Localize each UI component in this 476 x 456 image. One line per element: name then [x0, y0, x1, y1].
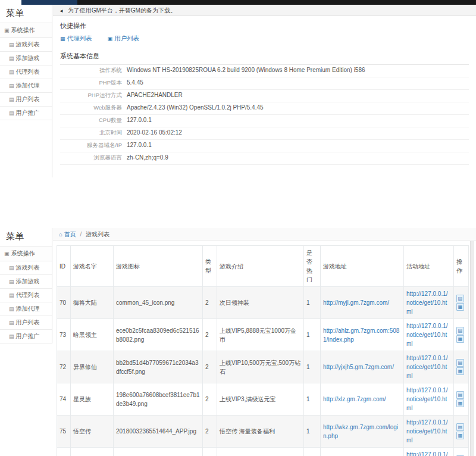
- table-row: 70 御将大陆 common_45_icon.png 2 次日领神装 1 htt…: [57, 287, 469, 319]
- sysinfo-value: Windows NT HS-20190825ROUA 6.2 build 920…: [127, 67, 365, 73]
- cell-game-icon-filename: 20180032365514644_APP.jpg: [114, 416, 203, 448]
- sysinfo-row: 服务器域名/IP 127.0.0.1: [60, 140, 469, 152]
- table-row: 72 异界修仙 bb2bd51d4b77059671c2034a3dfccf5f…: [57, 351, 469, 383]
- sysinfo-value: zh-CN,zh;q=0.9: [127, 154, 168, 161]
- breadcrumb-home-link[interactable]: 首页: [64, 231, 76, 238]
- cell-game-id: 72: [57, 351, 71, 383]
- delete-game-button[interactable]: ▦: [456, 367, 464, 375]
- app-window: 菜单 ▣系统操作 ▤游戏列表 ▤添加游戏 ▤代理列表: [0, 0, 476, 456]
- cell-game-intro: 上线VIP5,8888元宝1000万金币: [217, 319, 304, 351]
- edit-game-button[interactable]: ▤: [456, 295, 464, 302]
- column-header[interactable]: 游戏名字: [71, 246, 114, 287]
- sidebar-item[interactable]: ▤添加代理: [0, 79, 52, 93]
- edit-game-button[interactable]: ▤: [456, 327, 464, 335]
- column-header[interactable]: 游戏介绍: [217, 246, 304, 287]
- sidebar-item[interactable]: ▤游戏列表: [0, 38, 52, 52]
- column-header[interactable]: 类型: [203, 246, 217, 287]
- sysinfo-row: Web服务器 Apache/2.4.23 (Win32) OpenSSL/1.0…: [60, 102, 469, 115]
- cell-game-intro: 上线VIP10,500万元宝,500万钻石: [217, 351, 304, 383]
- delete-game-button[interactable]: ▦: [456, 335, 464, 343]
- cell-game-type: 2: [203, 287, 217, 319]
- cell-game-icon-filename: 8b6fbba9c729078956563e939b908ff.png: [114, 448, 203, 456]
- column-header[interactable]: 活动地址: [404, 246, 454, 287]
- notice-bar: ◄ 为了使用GM平台，开替GM的备为下载。: [53, 5, 476, 16]
- sysinfo-table: 操作系统 Windows NT HS-20190825ROUA 6.2 buil…: [60, 65, 469, 165]
- sidebar-top: 菜单 ▣系统操作 ▤游戏列表 ▤添加游戏 ▤代理列表: [0, 5, 52, 177]
- sysinfo-value: 127.0.0.1: [127, 117, 152, 123]
- game-url-link[interactable]: http://myjl.gm.7zgm.com/: [323, 299, 389, 306]
- cell-operations: ▤ ▦: [454, 416, 469, 448]
- sidebar-nav-list: ▤游戏列表 ▤添加游戏 ▤代理列表 ▤添加代理 ▤用户列: [0, 261, 52, 343]
- activity-url-link[interactable]: http://127.0.0.1/notice/get/10.html: [406, 387, 448, 411]
- sidebar-item[interactable]: ▤用户推广: [0, 330, 52, 343]
- sysinfo-value: APACHE2HANDLER: [127, 92, 183, 98]
- delete-game-button[interactable]: ▦: [456, 303, 464, 311]
- menu-title: 菜单: [0, 5, 52, 23]
- sidebar-item[interactable]: ▤添加代理: [0, 302, 52, 316]
- list-grid-icon: ▤: [9, 279, 14, 285]
- game-list-content: ⌂ 首页 / 游戏列表 ID 游戏名: [53, 228, 476, 456]
- quick-link-user-list[interactable]: ▣用户列表: [108, 35, 140, 43]
- column-header[interactable]: 操作: [454, 246, 469, 287]
- game-url-link[interactable]: http://xlz.gm.7zgm.com/: [323, 396, 386, 402]
- list-grid-icon: ▤: [9, 110, 14, 116]
- quick-link-label: 用户列表: [114, 35, 139, 42]
- game-table: ID 游戏名字 游戏图标 类型 游戏介绍 是否热门: [57, 245, 469, 456]
- sysinfo-label: 服务器域名/IP: [60, 142, 127, 149]
- notice-text: 为了使用GM平台，开替GM的备为下载。: [68, 7, 176, 14]
- cell-operations: ▤ ▦: [454, 383, 469, 416]
- activity-url-link[interactable]: http://127.0.0.1/notice/get/10.html: [406, 419, 448, 443]
- delete-game-button[interactable]: ▦: [456, 432, 464, 439]
- cell-game-hot: 1: [304, 287, 321, 319]
- sysinfo-row: 北京时间 2020-02-16 05:02:12: [60, 127, 469, 140]
- sidebar-item-system-ops[interactable]: ▣系统操作: [0, 246, 52, 261]
- sidebar-item[interactable]: ▤用户列表: [0, 93, 52, 107]
- sidebar-item[interactable]: ▤游戏列表: [0, 261, 52, 275]
- activity-url-link[interactable]: http://127.0.0.1/notice/get/10.html: [406, 355, 448, 379]
- quick-link-label: 代理列表: [67, 35, 92, 42]
- game-url-link[interactable]: http://wkz.gm.7zgm.com/login.php: [323, 424, 398, 439]
- edit-icon: ▤: [458, 360, 463, 366]
- edit-game-button[interactable]: ▤: [456, 359, 464, 367]
- quick-link-agent-list[interactable]: ▦代理列表: [60, 35, 92, 43]
- game-url-link[interactable]: http://yjxjh5.gm.7zgm.com/: [323, 364, 394, 370]
- dashboard-panel: 菜单 ▣系统操作 ▤游戏列表 ▤添加游戏 ▤代理列表: [0, 5, 476, 179]
- home-icon[interactable]: ⌂: [59, 231, 62, 238]
- cell-game-intro: 悟空传 海量装备福利: [217, 416, 304, 448]
- cell-game-id: 76: [57, 448, 71, 456]
- activity-url-link[interactable]: http://127.0.0.1/notice/get/10.html: [406, 323, 448, 347]
- column-header[interactable]: ID: [57, 246, 71, 287]
- activity-url-link[interactable]: http://127.0.0.1/notice/get/10.html: [406, 291, 448, 315]
- cell-game-intro: 上线VIP3,满级送元宝: [217, 383, 304, 416]
- activity-url-link[interactable]: http://127.0.0.1/notice/get/10.html: [406, 451, 448, 456]
- vertical-scrollbar[interactable]: [470, 241, 474, 456]
- sidebar-item-label: 添加游戏: [16, 278, 40, 285]
- edit-game-button[interactable]: ▤: [456, 423, 464, 431]
- sidebar-item-label: 用户列表: [16, 319, 40, 326]
- sidebar-item-label: 添加代理: [16, 82, 40, 89]
- sidebar-item[interactable]: ▤用户推广: [0, 107, 52, 120]
- cell-game-icon-filename: common_45_icon.png: [114, 287, 203, 319]
- cell-game-hot: 1: [304, 448, 321, 456]
- edit-game-button[interactable]: ▤: [456, 391, 464, 399]
- list-grid-icon: ▤: [9, 320, 14, 326]
- sidebar-item[interactable]: ▤添加游戏: [0, 275, 52, 289]
- sysinfo-row: PHP运行方式 APACHE2HANDLER: [60, 90, 469, 102]
- cell-game-url: http://hzw.gm.7zgm.com:91/1/game/: [321, 448, 404, 456]
- sysinfo-value: 127.0.0.1: [127, 142, 152, 148]
- column-header[interactable]: 游戏地址: [321, 246, 404, 287]
- sidebar-item[interactable]: ▤代理列表: [0, 65, 52, 79]
- cell-game-icon-filename: bb2bd51d4b77059671c2034a3dfccf5f.png: [114, 351, 203, 383]
- cell-game-intro: 上线领钻石: [217, 448, 304, 456]
- column-header[interactable]: 是否热门: [304, 246, 321, 287]
- sidebar-item[interactable]: ▤代理列表: [0, 289, 52, 302]
- column-header[interactable]: 游戏图标: [114, 246, 203, 287]
- game-url-link[interactable]: http://ahlz.gm.7zgm.com:5081/index.php: [323, 327, 399, 343]
- sidebar-item[interactable]: ▤用户列表: [0, 316, 52, 330]
- cell-game-name: 御将大陆: [71, 287, 114, 319]
- sidebar-item-system-ops[interactable]: ▣系统操作: [0, 23, 52, 38]
- cell-game-name: 海贼王: [71, 448, 114, 456]
- list-grid-icon: ▤: [9, 306, 14, 312]
- sidebar-item[interactable]: ▤添加游戏: [0, 52, 52, 65]
- delete-game-button[interactable]: ▦: [456, 399, 464, 407]
